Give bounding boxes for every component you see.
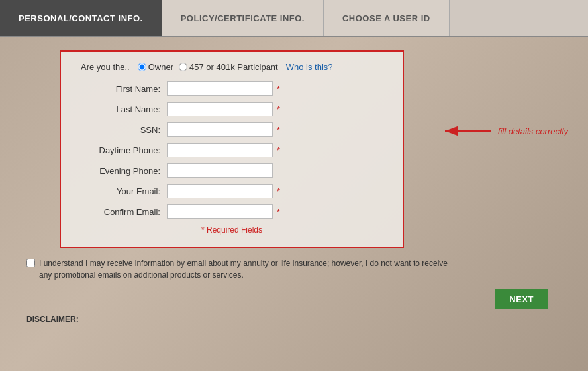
tab-policy[interactable]: POLICY/CERTIFICATE INFO. [162, 0, 324, 36]
radio-other-label: 457 or 401k Participant [189, 62, 278, 72]
field-row-evening-phone: Evening Phone: [81, 163, 383, 178]
your-email-input[interactable] [167, 184, 273, 198]
tab-personal[interactable]: PERSONAL/CONTACT INFO. [0, 0, 162, 36]
first-name-label: First Name: [81, 84, 167, 94]
radio-owner-input[interactable] [138, 63, 146, 71]
who-is-this-link[interactable]: Who is this? [286, 62, 333, 72]
next-button-row: NEXT [20, 289, 568, 309]
disclaimer-text: I understand I may receive information b… [39, 257, 450, 281]
confirm-email-input[interactable] [167, 204, 273, 219]
field-row-ssn: SSN: * [81, 122, 383, 137]
first-name-input[interactable] [167, 81, 273, 96]
daytime-phone-label: Daytime Phone: [81, 145, 167, 155]
radio-other-option[interactable]: 457 or 401k Participant [179, 62, 278, 72]
owner-row: Are you the.. Owner 457 or 401k Particip… [81, 62, 383, 72]
field-row-your-email: Your Email: * [81, 184, 383, 198]
tab-userid[interactable]: CHOOSE A USER ID [324, 0, 450, 36]
annotation-arrow-icon [440, 123, 493, 139]
ssn-required: * [277, 125, 280, 135]
radio-other-input[interactable] [179, 63, 187, 71]
ssn-label: SSN: [81, 125, 167, 135]
page-wrapper: PERSONAL/CONTACT INFO. POLICY/CERTIFICAT… [0, 0, 588, 371]
your-email-required: * [277, 186, 280, 196]
main-content: Are you the.. Owner 457 or 401k Particip… [0, 37, 588, 337]
ssn-input[interactable] [167, 122, 273, 137]
field-row-last-name: Last Name: * [81, 102, 383, 116]
next-button[interactable]: NEXT [495, 289, 548, 309]
last-name-input[interactable] [167, 102, 273, 116]
field-row-confirm-email: Confirm Email: * [81, 204, 383, 219]
daytime-phone-input[interactable] [167, 143, 273, 157]
last-name-label: Last Name: [81, 104, 167, 114]
evening-phone-input[interactable] [167, 163, 273, 178]
form-card: Are you the.. Owner 457 or 401k Particip… [60, 50, 404, 248]
tab-bar: PERSONAL/CONTACT INFO. POLICY/CERTIFICAT… [0, 0, 588, 37]
last-name-required: * [277, 104, 280, 114]
annotation-area: fill details correctly [440, 123, 568, 139]
field-row-daytime-phone: Daytime Phone: * [81, 143, 383, 157]
your-email-label: Your Email: [81, 186, 167, 196]
required-note: * Required Fields [81, 226, 383, 235]
radio-owner-option[interactable]: Owner [138, 62, 173, 72]
disclaimer-label: DISCLAIMER: [20, 315, 568, 324]
radio-owner-label: Owner [148, 62, 173, 72]
owner-question-label: Are you the.. [81, 62, 130, 72]
disclaimer-row: I understand I may receive information b… [20, 257, 568, 281]
field-row-first-name: First Name: * [81, 81, 383, 96]
daytime-phone-required: * [277, 145, 280, 155]
confirm-email-label: Confirm Email: [81, 207, 167, 217]
evening-phone-label: Evening Phone: [81, 166, 167, 176]
annotation-text: fill details correctly [498, 126, 568, 136]
confirm-email-required: * [277, 207, 280, 217]
first-name-required: * [277, 84, 280, 94]
disclaimer-checkbox[interactable] [26, 259, 35, 267]
